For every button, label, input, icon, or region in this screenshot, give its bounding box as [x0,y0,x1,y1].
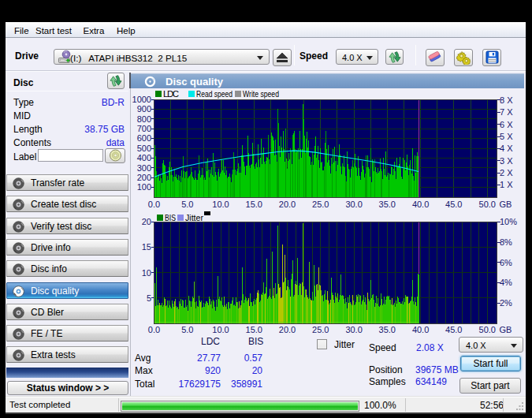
svg-text:300: 300 [137,163,151,173]
svg-text:4%: 4% [500,278,512,287]
svg-text:15.0: 15.0 [246,325,262,334]
svg-text:10: 10 [142,268,151,278]
svg-text:6%: 6% [500,258,512,267]
svg-text:25.0: 25.0 [312,200,329,209]
svg-text:5.0: 5.0 [181,200,193,209]
svg-text:LDC: LDC [163,89,179,99]
svg-text:10%: 10% [500,217,517,226]
svg-text:0.0: 0.0 [148,325,160,334]
svg-text:35.0: 35.0 [379,325,396,334]
svg-text:30.0: 30.0 [345,325,362,334]
svg-text:2 X: 2 X [500,168,513,177]
svg-text:10.0: 10.0 [212,325,229,334]
svg-text:Read speed: Read speed [196,89,233,99]
svg-text:45.0: 45.0 [445,325,462,334]
svg-text:50.0: 50.0 [479,325,496,334]
svg-text:7 X: 7 X [500,107,513,117]
svg-text:700: 700 [137,124,151,133]
svg-text:40.0: 40.0 [412,325,429,334]
svg-text:0.0: 0.0 [148,200,160,209]
svg-text:Write speed: Write speed [243,89,279,99]
svg-text:10.0: 10.0 [212,200,229,209]
svg-text:30.0: 30.0 [345,200,362,209]
svg-text:5 X: 5 X [500,132,513,141]
svg-text:GB: GB [500,200,512,209]
svg-text:1 X: 1 X [500,180,513,189]
svg-text:3 X: 3 X [500,156,513,166]
svg-text:15.0: 15.0 [246,200,262,209]
svg-text:500: 500 [137,144,151,153]
svg-text:1000: 1000 [132,95,151,104]
svg-text:BIS: BIS [165,213,176,222]
svg-text:GB: GB [500,325,512,334]
svg-text:800: 800 [137,114,151,124]
svg-text:15: 15 [142,242,151,252]
svg-text:8%: 8% [500,237,512,247]
svg-text:45.0: 45.0 [445,200,462,209]
svg-text:600: 600 [137,133,151,143]
svg-text:400: 400 [137,153,151,162]
svg-text:40.0: 40.0 [412,200,429,209]
svg-text:5: 5 [147,293,151,303]
svg-text:20.0: 20.0 [279,200,296,209]
svg-text:5.0: 5.0 [181,325,193,334]
svg-text:20.0: 20.0 [279,325,296,334]
svg-text:20: 20 [142,217,151,226]
svg-text:900: 900 [137,104,151,114]
svg-text:Jitter: Jitter [185,213,203,222]
svg-text:200: 200 [137,173,151,182]
svg-text:25.0: 25.0 [312,325,329,334]
svg-text:6 X: 6 X [500,120,513,129]
svg-text:50.0: 50.0 [479,200,496,209]
svg-text:4 X: 4 X [500,144,513,153]
svg-text:8 X: 8 X [500,95,513,105]
svg-text:2%: 2% [500,298,512,308]
svg-text:35.0: 35.0 [379,200,396,209]
svg-text:100: 100 [137,182,151,192]
